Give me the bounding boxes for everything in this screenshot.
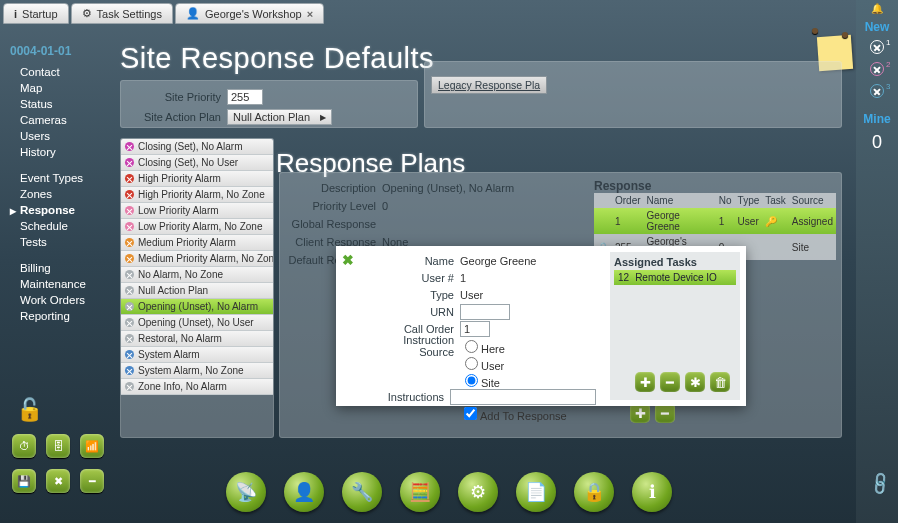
dock-antenna-button[interactable]: 📡 — [226, 472, 266, 512]
plan-item[interactable]: Low Priority Alarm, No Zone — [121, 219, 273, 235]
plan-item[interactable]: Zone Info, No Alarm — [121, 379, 273, 395]
status-dot-icon — [125, 254, 134, 263]
plan-item[interactable]: No Alarm, No Zone — [121, 267, 273, 283]
detail-priority: 0 — [382, 200, 388, 212]
task-remove-button[interactable]: ━ — [660, 372, 680, 392]
defaults-title: Site Response Defaults — [120, 42, 434, 75]
plan-item[interactable]: System Alarm — [121, 347, 273, 363]
defaults-card: Site Priority Site Action Plan Null Acti… — [120, 80, 418, 128]
dock-settings-button[interactable]: ⚙ — [458, 472, 498, 512]
nav-item-zones[interactable]: Zones — [10, 186, 108, 202]
site-action-plan-label: Site Action Plan — [129, 111, 221, 123]
legacy-response-button[interactable]: Legacy Response Pla — [431, 76, 547, 94]
call-order-input[interactable] — [460, 321, 490, 337]
rss-button[interactable]: 📶 — [80, 434, 104, 458]
status-dot-icon — [125, 142, 134, 151]
dock-info-button[interactable]: ℹ — [632, 472, 672, 512]
tab-task-settings[interactable]: ⚙Task Settings — [71, 3, 173, 24]
nav-item-history[interactable]: History — [10, 144, 108, 160]
assigned-tasks-panel: Assigned Tasks 12Remote Device IO ✚ ━ ✱ … — [610, 252, 740, 400]
plan-item[interactable]: Closing (Set), No User — [121, 155, 273, 171]
right-count: 0 — [872, 132, 882, 153]
alert-icon-2[interactable] — [870, 62, 884, 76]
under-add-button[interactable]: ✚ — [630, 403, 650, 423]
nav-item-tests[interactable]: Tests — [10, 234, 108, 250]
dock-doc-button[interactable]: 📄 — [516, 472, 556, 512]
plan-item[interactable]: Medium Priority Alarm, No Zone — [121, 251, 273, 267]
nav-item-response[interactable]: Response — [10, 202, 108, 218]
tab-workshop[interactable]: 👤George's Workshop× — [175, 3, 324, 24]
nav-item-maintenance[interactable]: Maintenance — [10, 276, 108, 292]
plan-item[interactable]: Opening (Unset), No Alarm — [121, 299, 273, 315]
nav-item-schedule[interactable]: Schedule — [10, 218, 108, 234]
pin-icon — [842, 32, 848, 38]
nav-item-cameras[interactable]: Cameras — [10, 112, 108, 128]
plan-item[interactable]: Opening (Unset), No User — [121, 315, 273, 331]
task-add-button[interactable]: ✚ — [635, 372, 655, 392]
task-star-button[interactable]: ✱ — [685, 372, 705, 392]
urn-input[interactable] — [460, 304, 510, 320]
status-dot-icon — [125, 270, 134, 279]
src-user-radio[interactable] — [465, 357, 478, 370]
nav-item-reporting[interactable]: Reporting — [10, 308, 108, 324]
under-remove-button[interactable]: ━ — [655, 403, 675, 423]
dock-user-button[interactable]: 👤 — [284, 472, 324, 512]
side-nav: 0004-01-01 ContactMapStatusCamerasUsersH… — [10, 44, 108, 324]
database-button[interactable]: 🗄 — [46, 434, 70, 458]
plan-item[interactable]: High Priority Alarm — [121, 171, 273, 187]
right-bar: 🔔 New 1 2 3 Mine 0 — [856, 0, 898, 523]
nav-item-event-types[interactable]: Event Types — [10, 170, 108, 186]
nav-item-contact[interactable]: Contact — [10, 64, 108, 80]
alarm-clock-button[interactable]: ⏱ — [12, 434, 36, 458]
src-site-radio[interactable] — [465, 374, 478, 387]
instructions-input[interactable] — [450, 389, 596, 405]
status-dot-icon — [125, 174, 134, 183]
bell-icon[interactable]: 🔔 — [871, 3, 883, 14]
pop-type: User — [460, 289, 483, 301]
dock-lock-button[interactable]: 🔒 — [574, 472, 614, 512]
response-row[interactable]: 1George Greene1User🔑Assigned — [594, 208, 836, 234]
status-dot-icon — [125, 222, 134, 231]
alert-icon-3[interactable] — [870, 84, 884, 98]
status-dot-icon — [125, 302, 134, 311]
tab-bar: iStartup ⚙Task Settings 👤George's Worksh… — [3, 3, 324, 24]
nav-item-map[interactable]: Map — [10, 80, 108, 96]
status-dot-icon — [125, 366, 134, 375]
add-to-response-checkbox[interactable] — [464, 407, 477, 420]
nav-item-billing[interactable]: Billing — [10, 260, 108, 276]
task-delete-button[interactable]: 🗑 — [710, 372, 730, 392]
plan-list: Closing (Set), No AlarmClosing (Set), No… — [120, 138, 274, 438]
nav-item-users[interactable]: Users — [10, 128, 108, 144]
assigned-tasks-title: Assigned Tasks — [614, 256, 736, 268]
plan-item[interactable]: Restoral, No Alarm — [121, 331, 273, 347]
detail-description: Opening (Unset), No Alarm — [382, 182, 514, 194]
status-dot-icon — [125, 318, 134, 327]
site-priority-label: Site Priority — [129, 91, 221, 103]
plan-item[interactable]: Closing (Set), No Alarm — [121, 139, 273, 155]
dock-tools-button[interactable]: 🔧 — [342, 472, 382, 512]
tab-startup[interactable]: iStartup — [3, 3, 69, 24]
plan-item[interactable]: Low Priority Alarm — [121, 203, 273, 219]
close-icon[interactable]: × — [307, 8, 313, 20]
status-dot-icon — [125, 334, 134, 343]
assigned-task-row[interactable]: 12Remote Device IO — [614, 270, 736, 285]
plan-item[interactable]: Medium Priority Alarm — [121, 235, 273, 251]
pin-icon — [812, 28, 818, 34]
legacy-card: Legacy Response Pla — [424, 61, 842, 128]
status-dot-icon — [125, 286, 134, 295]
plan-item[interactable]: Null Action Plan — [121, 283, 273, 299]
unlock-icon[interactable]: 🔓 — [16, 397, 43, 423]
plan-item[interactable]: High Priority Alarm, No Zone — [121, 187, 273, 203]
dock-calc-button[interactable]: 🧮 — [400, 472, 440, 512]
site-action-plan-combo[interactable]: Null Action Plan▶ — [227, 109, 332, 125]
pop-user-no: 1 — [460, 272, 466, 284]
status-dot-icon — [125, 206, 134, 215]
site-priority-input[interactable] — [227, 89, 263, 105]
response-title: Response — [594, 179, 836, 193]
alert-icon-1[interactable] — [870, 40, 884, 54]
nav-item-work-orders[interactable]: Work Orders — [10, 292, 108, 308]
nav-item-status[interactable]: Status — [10, 96, 108, 112]
close-popover-button[interactable]: ✖ — [342, 252, 354, 268]
plan-item[interactable]: System Alarm, No Zone — [121, 363, 273, 379]
src-here-radio[interactable] — [465, 340, 478, 353]
